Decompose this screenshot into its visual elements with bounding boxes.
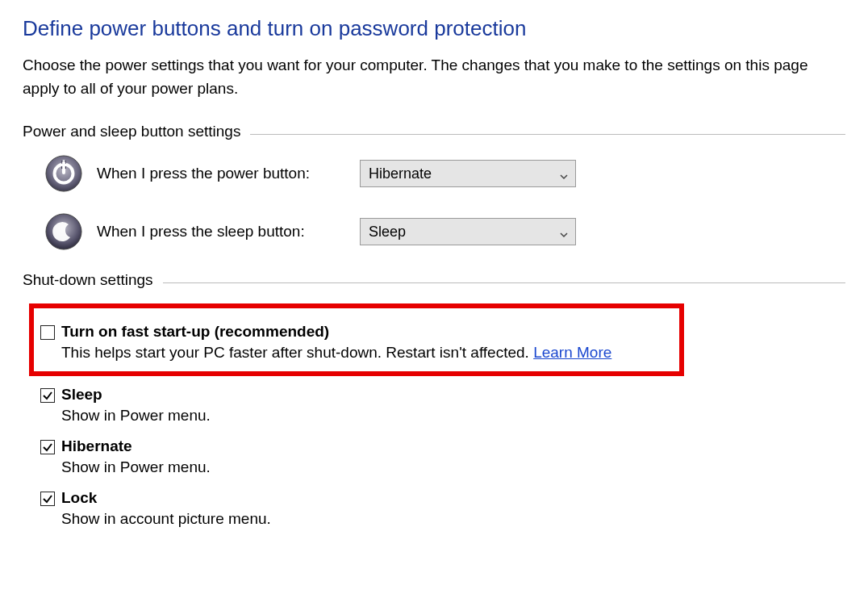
hibernate-option-title: Hibernate (61, 437, 211, 455)
fast-startup-checkbox[interactable] (40, 325, 55, 340)
page-title: Define power buttons and turn on passwor… (23, 16, 845, 41)
chevron-down-icon (559, 227, 569, 236)
sleep-checkbox[interactable] (40, 388, 55, 403)
power-button-label: When I press the power button: (97, 165, 360, 182)
power-button-row: When I press the power button: Hibernate (45, 155, 845, 192)
sleep-option-title: Sleep (61, 386, 211, 404)
sleep-button-row: When I press the sleep button: Sleep (45, 213, 845, 250)
group2-header-text: Shut-down settings (23, 271, 153, 289)
page-intro: Choose the power settings that you want … (23, 54, 817, 100)
hibernate-checkbox[interactable] (40, 440, 55, 454)
divider (250, 134, 845, 135)
sleep-icon (45, 213, 82, 250)
sleep-button-value: Sleep (369, 224, 406, 241)
lock-option-title: Lock (61, 489, 271, 507)
power-icon (45, 155, 82, 192)
sleep-button-dropdown[interactable]: Sleep (360, 218, 576, 245)
learn-more-link[interactable]: Learn More (533, 344, 611, 361)
fast-startup-desc: This helps start your PC faster after sh… (61, 344, 611, 362)
power-button-value: Hibernate (369, 165, 432, 182)
lock-checkbox[interactable] (40, 492, 55, 506)
fast-startup-title: Turn on fast start-up (recommended) (61, 323, 611, 341)
fast-startup-highlight: Turn on fast start-up (recommended) This… (29, 303, 684, 376)
divider (163, 282, 845, 283)
power-button-dropdown[interactable]: Hibernate (360, 160, 576, 187)
sleep-button-label: When I press the sleep button: (97, 223, 360, 241)
group1-header-text: Power and sleep button settings (23, 123, 240, 140)
fast-startup-option: Turn on fast start-up (recommended) This… (40, 320, 673, 365)
lock-option-desc: Show in account picture menu. (61, 510, 271, 528)
sleep-option: Sleep Show in Power menu. (40, 383, 845, 428)
chevron-down-icon (559, 169, 569, 178)
hibernate-option: Hibernate Show in Power menu. (40, 434, 845, 479)
sleep-option-desc: Show in Power menu. (61, 407, 211, 425)
lock-option: Lock Show in account picture menu. (40, 486, 845, 531)
power-sleep-group-header: Power and sleep button settings (23, 123, 845, 140)
hibernate-option-desc: Show in Power menu. (61, 458, 211, 476)
shutdown-group-header: Shut-down settings (23, 271, 845, 289)
